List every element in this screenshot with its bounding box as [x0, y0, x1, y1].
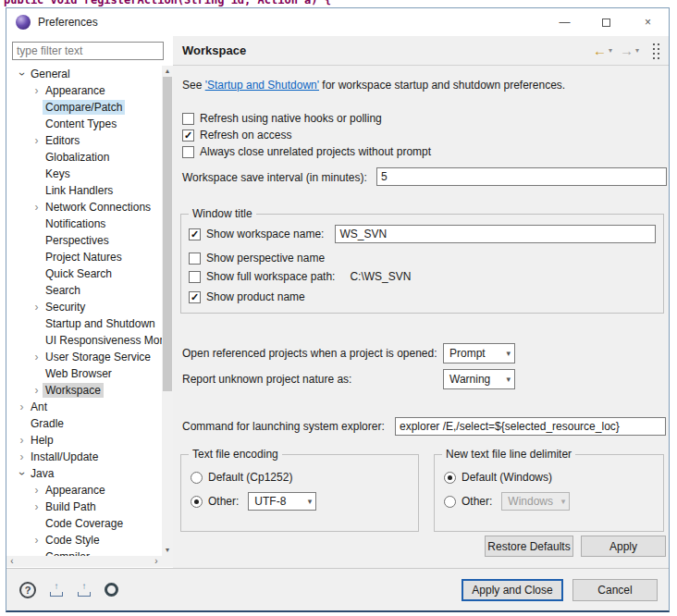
chevron-collapsed-icon[interactable]: › — [16, 400, 28, 414]
chevron-collapsed-icon[interactable]: › — [31, 133, 43, 148]
checkbox-icon[interactable]: ✓ — [182, 129, 194, 142]
unknown-nature-combo[interactable]: Warning ▾ — [443, 369, 515, 389]
checkbox-show-perspective-name[interactable]: Show perspective name — [189, 250, 656, 266]
sidebar-item-ant[interactable]: ›Ant — [6, 399, 162, 415]
sidebar-item-user-storage-service[interactable]: ›User Storage Service — [6, 349, 162, 365]
checkbox-icon[interactable] — [182, 113, 194, 125]
sidebar-item-general[interactable]: ›General — [6, 66, 162, 82]
checkbox-refresh-using-native-hooks-or-polling[interactable]: Refresh using native hooks or polling — [182, 110, 431, 127]
sidebar-item-code-style[interactable]: ›Code Style — [6, 532, 162, 548]
scroll-up-icon[interactable]: ▴ — [162, 66, 173, 77]
sidebar-item-editors[interactable]: ›Editors — [6, 132, 162, 149]
apply-button[interactable]: Apply — [581, 536, 666, 557]
restore-defaults-button[interactable]: Restore Defaults — [485, 536, 573, 557]
tree-vertical-scrollbar[interactable]: ▴ ▾ — [162, 66, 173, 556]
minimize-button[interactable]: — — [544, 8, 585, 36]
sidebar-item-web-browser[interactable]: Web Browser — [6, 365, 162, 382]
export-preferences-icon[interactable]: ↑ — [49, 583, 64, 597]
sidebar-item-install-update[interactable]: ›Install/Update — [6, 449, 162, 465]
chevron-collapsed-icon[interactable]: › — [31, 200, 43, 215]
sidebar-item-notifications[interactable]: Notifications — [6, 216, 162, 232]
sidebar-item-security[interactable]: ›Security — [6, 299, 162, 315]
checkbox-icon[interactable]: ✓ — [189, 228, 201, 240]
checkbox-label: Refresh using native hooks or polling — [200, 112, 382, 125]
forward-icon[interactable]: → — [620, 43, 634, 58]
tree-horizontal-scrollbar[interactable]: ‹ › — [6, 556, 162, 567]
chevron-collapsed-icon[interactable]: › — [31, 83, 43, 98]
checkbox-icon[interactable] — [189, 271, 201, 283]
save-interval-input[interactable] — [376, 167, 667, 186]
startup-shutdown-link[interactable]: 'Startup and Shutdown' — [205, 79, 319, 92]
sidebar-item-search[interactable]: Search — [6, 282, 162, 299]
scroll-down-icon[interactable]: ▾ — [162, 545, 173, 556]
sidebar-item-project-natures[interactable]: Project Natures — [6, 249, 162, 265]
radio-icon[interactable] — [191, 472, 203, 484]
scroll-left-icon[interactable]: ‹ — [6, 556, 18, 567]
sidebar-item-network-connections[interactable]: ›Network Connections — [6, 199, 162, 216]
chevron-expanded-icon[interactable]: › — [15, 68, 30, 80]
apply-and-close-button[interactable]: Apply and Close — [462, 579, 563, 601]
sidebar-item-startup-and-shutdown[interactable]: Startup and Shutdown — [6, 315, 162, 332]
forward-dropdown-icon[interactable]: ▾ — [635, 46, 639, 55]
checkbox-icon[interactable] — [189, 253, 201, 265]
chevron-collapsed-icon[interactable]: › — [16, 433, 28, 448]
explorer-command-input[interactable] — [395, 417, 666, 436]
scrollbar-thumb[interactable] — [163, 77, 172, 391]
sidebar-item-keys[interactable]: Keys — [6, 166, 162, 182]
chevron-collapsed-icon[interactable]: › — [31, 383, 43, 398]
sidebar-item-perspectives[interactable]: Perspectives — [6, 232, 162, 249]
checkbox-show-workspace-name[interactable]: ✓ Show workspace name: — [189, 226, 656, 242]
checkbox-always-close-unrelated-projects-without-prompt[interactable]: Always close unrelated projects without … — [182, 143, 431, 160]
cancel-button[interactable]: Cancel — [572, 579, 658, 601]
sidebar-item-workspace[interactable]: ›Workspace — [6, 382, 162, 399]
checkbox-show-product-name[interactable]: ✓ Show product name — [189, 289, 656, 305]
checkbox-icon[interactable] — [182, 146, 194, 158]
chevron-collapsed-icon[interactable]: › — [31, 533, 43, 548]
workspace-name-input[interactable] — [335, 225, 656, 243]
checkbox-icon[interactable]: ✓ — [189, 291, 201, 303]
back-icon[interactable]: ← — [593, 43, 607, 58]
chevron-collapsed-icon[interactable]: › — [31, 350, 43, 364]
titlebar[interactable]: Preferences — × — [6, 8, 669, 36]
import-preferences-icon[interactable]: ↑ — [77, 583, 92, 597]
help-icon[interactable]: ? — [19, 582, 36, 598]
radio-icon[interactable] — [191, 496, 203, 508]
sidebar-item-gradle[interactable]: Gradle — [6, 415, 162, 432]
sidebar-item-appearance[interactable]: ›Appearance — [6, 482, 162, 499]
chevron-collapsed-icon[interactable]: › — [16, 450, 28, 464]
sidebar-item-compiler[interactable]: Compiler — [6, 548, 162, 556]
chevron-expanded-icon[interactable]: › — [15, 468, 30, 480]
close-button[interactable]: × — [627, 8, 669, 36]
eclipse-app-icon[interactable] — [16, 15, 31, 30]
radio-encoding-other[interactable]: Other: UTF-8 ▾ — [191, 492, 316, 511]
radio-delimiter-default[interactable]: Default (Windows) — [444, 468, 552, 487]
sidebar-item-ui-responsiveness-monitoring[interactable]: UI Responsiveness Monitoring — [6, 332, 162, 349]
sidebar-item-quick-search[interactable]: Quick Search — [6, 265, 162, 282]
scroll-right-icon[interactable]: › — [151, 556, 162, 567]
sidebar-item-compare-patch[interactable]: Compare/Patch — [6, 99, 162, 116]
back-dropdown-icon[interactable]: ▾ — [609, 46, 612, 55]
sidebar-item-build-path[interactable]: ›Build Path — [6, 499, 162, 515]
radio-encoding-default[interactable]: Default (Cp1252) — [191, 468, 292, 487]
radio-icon[interactable] — [444, 472, 456, 484]
radio-delimiter-other[interactable]: Other: Windows ▾ — [444, 492, 570, 511]
checkbox-refresh-on-access[interactable]: ✓Refresh on access — [182, 127, 431, 143]
sidebar-item-code-coverage[interactable]: Code Coverage — [6, 515, 162, 532]
maximize-button[interactable] — [585, 8, 627, 36]
sidebar-item-link-handlers[interactable]: Link Handlers — [6, 182, 162, 199]
chevron-collapsed-icon[interactable]: › — [31, 483, 43, 498]
chevron-collapsed-icon[interactable]: › — [31, 499, 43, 514]
sidebar-item-help[interactable]: ›Help — [6, 432, 162, 449]
checkbox-show-full-workspace-path[interactable]: Show full workspace path: C:\WS_SVN — [189, 268, 656, 285]
referenced-projects-combo[interactable]: Prompt ▾ — [443, 343, 515, 363]
view-menu-icon[interactable] — [652, 43, 659, 59]
sidebar-item-java[interactable]: ›Java — [6, 465, 162, 482]
encoding-combo[interactable]: UTF-8 ▾ — [248, 492, 316, 511]
filter-input[interactable] — [12, 42, 164, 60]
radio-icon[interactable] — [444, 496, 456, 508]
sidebar-item-content-types[interactable]: Content Types — [6, 116, 162, 132]
chevron-collapsed-icon[interactable]: › — [31, 300, 43, 314]
sidebar-item-globalization[interactable]: Globalization — [6, 149, 162, 166]
sidebar-item-appearance[interactable]: ›Appearance — [6, 82, 162, 99]
preference-recorder-icon[interactable] — [105, 583, 118, 597]
